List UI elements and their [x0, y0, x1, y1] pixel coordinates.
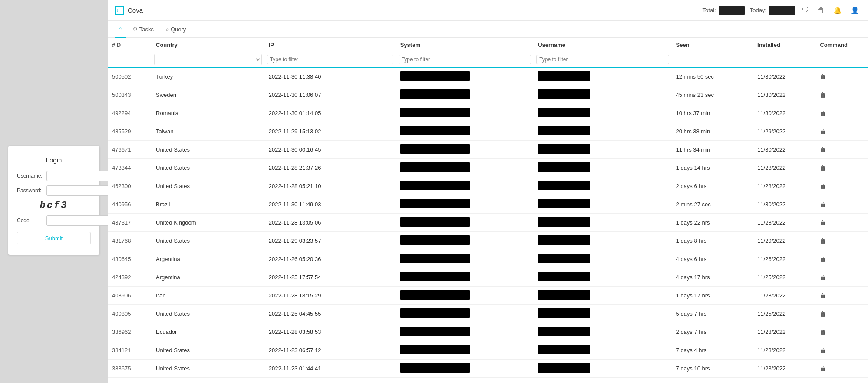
system-redacted: [400, 181, 470, 190]
delete-icon[interactable]: 🗑: [820, 110, 826, 117]
system-redacted: [400, 345, 470, 354]
code-input[interactable]: [46, 215, 118, 226]
cell-installed: 11/25/2022: [753, 268, 815, 287]
cell-country: Brazil: [152, 195, 264, 214]
system-redacted: [400, 108, 470, 117]
cell-system: [396, 177, 534, 195]
cell-command: 🗑: [815, 341, 868, 360]
cell-username: [534, 104, 671, 122]
delete-icon[interactable]: 🗑: [820, 146, 826, 153]
cell-ip: 2022-11-30 11:06:07: [264, 86, 396, 104]
delete-icon[interactable]: 🗑: [820, 347, 826, 354]
delete-icon[interactable]: 🗑: [820, 310, 826, 317]
cell-ip: 2022-11-30 11:38:40: [264, 67, 396, 86]
nav-tab-tasks[interactable]: ⚙ Tasks: [128, 22, 159, 38]
cell-seen: 11 hrs 34 min: [672, 141, 753, 159]
trash-icon[interactable]: 🗑: [816, 5, 826, 16]
today-value: [769, 6, 795, 15]
cell-system: [396, 122, 534, 141]
tasks-label: Tasks: [139, 26, 154, 33]
cell-seen: 12 mins 50 sec: [672, 67, 753, 86]
password-label: Password:: [17, 188, 46, 194]
system-redacted: [400, 272, 470, 281]
login-title: Login: [17, 156, 91, 164]
system-redacted: [400, 71, 470, 81]
submit-button[interactable]: Submit: [17, 232, 91, 244]
username-filter-input[interactable]: [536, 55, 669, 64]
shield-icon[interactable]: 🛡: [800, 5, 811, 16]
login-box: Login Username: Password: bcf3 Code: Sub…: [8, 146, 99, 255]
total-stat: Total:: [703, 6, 745, 15]
username-redacted: [538, 290, 590, 300]
cell-country: Taiwan: [152, 122, 264, 141]
cell-command: 🗑: [815, 159, 868, 177]
delete-icon[interactable]: 🗑: [820, 128, 826, 135]
cell-id: 500343: [108, 86, 152, 104]
user-icon[interactable]: 👤: [849, 4, 861, 16]
username-redacted: [538, 363, 590, 373]
cell-ip: 2022-11-30 11:49:03: [264, 195, 396, 214]
delete-icon[interactable]: 🗑: [820, 238, 826, 244]
filter-system-cell: [396, 52, 534, 68]
delete-icon[interactable]: 🗑: [820, 292, 826, 299]
cell-ip: 2022-11-29 03:23:57: [264, 232, 396, 250]
table-filter-row: [108, 52, 868, 68]
table-row: 476671 United States 2022-11-30 00:16:45…: [108, 141, 868, 159]
cell-command: 🗑: [815, 141, 868, 159]
cell-installed: 11/25/2022: [753, 305, 815, 323]
tasks-icon: ⚙: [133, 26, 138, 32]
total-value: [719, 6, 745, 15]
nav-tab-query[interactable]: ⌕ Query: [161, 22, 191, 38]
table-row: 430645 Argentina 2022-11-26 05:20:36 4 d…: [108, 250, 868, 268]
cell-country: United States: [152, 360, 264, 378]
country-filter-select[interactable]: [154, 54, 262, 65]
delete-icon[interactable]: 🗑: [820, 365, 826, 372]
cell-command: 🗑: [815, 67, 868, 86]
cell-country: Sweden: [152, 86, 264, 104]
delete-icon[interactable]: 🗑: [820, 219, 826, 226]
table-row: 500502 Turkey 2022-11-30 11:38:40 12 min…: [108, 67, 868, 86]
cell-ip: 2022-11-25 17:57:54: [264, 268, 396, 287]
nav-home-button[interactable]: ⌂: [115, 21, 126, 38]
system-redacted: [400, 235, 470, 245]
bell-icon[interactable]: 🔔: [832, 4, 844, 16]
cell-seen: 1 days 22 hrs: [672, 214, 753, 232]
filter-installed-cell: [753, 52, 815, 68]
cell-country: Argentina: [152, 250, 264, 268]
delete-icon[interactable]: 🗑: [820, 183, 826, 190]
col-header-seen: Seen: [672, 38, 753, 52]
cell-username: [534, 177, 671, 195]
cell-id: 400805: [108, 305, 152, 323]
system-filter-input[interactable]: [399, 55, 531, 64]
cell-system: [396, 159, 534, 177]
username-field: Username:: [17, 171, 91, 181]
delete-icon[interactable]: 🗑: [820, 201, 826, 208]
col-header-installed: Installed: [753, 38, 815, 52]
cell-id: 430645: [108, 250, 152, 268]
cell-system: [396, 360, 534, 378]
ip-filter-input[interactable]: [267, 55, 393, 64]
cell-system: [396, 86, 534, 104]
cell-country: Turkey: [152, 67, 264, 86]
username-redacted: [538, 327, 590, 336]
username-input[interactable]: [46, 171, 118, 181]
delete-icon[interactable]: 🗑: [820, 274, 826, 281]
delete-icon[interactable]: 🗑: [820, 165, 826, 172]
delete-icon[interactable]: 🗑: [820, 92, 826, 99]
cell-id: 476671: [108, 141, 152, 159]
delete-icon[interactable]: 🗑: [820, 73, 826, 80]
table-row: 485529 Taiwan 2022-11-29 15:13:02 20 hrs…: [108, 122, 868, 141]
cell-system: [396, 287, 534, 305]
username-redacted: [538, 254, 590, 263]
password-input[interactable]: [46, 185, 118, 196]
cell-id: 437317: [108, 214, 152, 232]
cell-command: 🗑: [815, 232, 868, 250]
cell-command: 🗑: [815, 177, 868, 195]
username-redacted: [538, 71, 590, 81]
delete-icon[interactable]: 🗑: [820, 256, 826, 263]
table-row: 492294 Romania 2022-11-30 01:14:05 10 hr…: [108, 104, 868, 122]
cell-country: United States: [152, 341, 264, 360]
query-label: Query: [171, 26, 186, 33]
delete-icon[interactable]: 🗑: [820, 329, 826, 336]
cell-id: 384121: [108, 341, 152, 360]
